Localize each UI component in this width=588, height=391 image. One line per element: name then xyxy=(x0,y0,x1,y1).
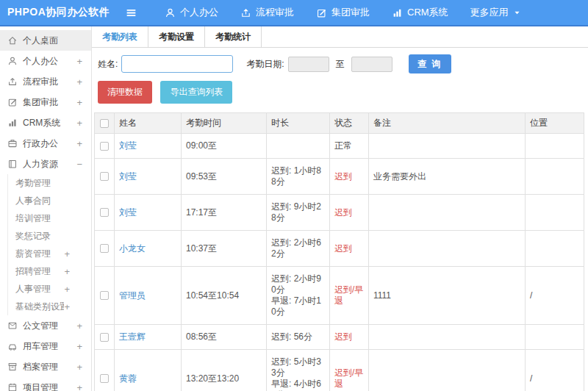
sidebar-item-personal-desktop[interactable]: 个人桌面 xyxy=(0,30,91,51)
tab-attendance-settings[interactable]: 考勤设置 xyxy=(148,26,205,47)
row-checkbox[interactable] xyxy=(100,208,109,217)
nav-item-more-apps[interactable]: 更多应用 xyxy=(459,0,532,25)
sidebar-item-hr[interactable]: 人力资源− xyxy=(0,154,91,174)
duration-cell: 迟到: 9小时28分 xyxy=(267,195,330,231)
expand-icon[interactable]: + xyxy=(64,301,70,312)
row-checkbox[interactable] xyxy=(100,374,109,383)
share-icon xyxy=(240,7,251,18)
table-row: 刘莹17:17至迟到: 9小时28分迟到 xyxy=(95,195,584,231)
sidebar-subitem-hr-contract[interactable]: 人事合同 xyxy=(8,192,91,209)
nav-item-personal-office[interactable]: 个人办公 xyxy=(154,0,229,25)
row-checkbox[interactable] xyxy=(100,244,109,253)
location-cell xyxy=(526,231,584,267)
expand-icon[interactable]: + xyxy=(64,284,70,295)
sidebar-item-admin-office[interactable]: 行政办公+ xyxy=(0,133,91,154)
name-link[interactable]: 管理员 xyxy=(119,290,146,301)
expand-icon[interactable]: + xyxy=(76,382,82,391)
sidebar-item-label: 流程审批 xyxy=(23,76,58,88)
sidebar-subitem-base-category[interactable]: 基础类别设置+ xyxy=(8,298,91,315)
name-link[interactable]: 刘莹 xyxy=(119,207,137,218)
chart-icon xyxy=(7,118,18,128)
expand-icon[interactable]: + xyxy=(76,341,82,352)
user-icon xyxy=(165,7,176,18)
nav-item-workflow-approval[interactable]: 流程审批 xyxy=(229,0,305,25)
location-cell: / xyxy=(526,267,584,325)
note-cell xyxy=(369,350,526,391)
tab-bar: 考勤列表考勤设置考勤统计 xyxy=(92,26,588,48)
collapse-icon[interactable]: − xyxy=(76,159,82,170)
sidebar-subitem-salary[interactable]: 薪资管理+ xyxy=(8,245,91,262)
sidebar-item-archive[interactable]: 档案管理+ xyxy=(0,356,91,377)
sidebar-subitem-recruit[interactable]: 招聘管理+ xyxy=(8,262,91,280)
sidebar-item-vehicle[interactable]: 用车管理+ xyxy=(0,336,91,356)
sidebar-item-label: 行政办公 xyxy=(23,137,58,150)
date-from-input[interactable] xyxy=(288,57,329,72)
sidebar-item-label: CRM系统 xyxy=(23,117,60,129)
sidebar-item-document[interactable]: 公文管理+ xyxy=(0,315,91,336)
nav-item-group-approval[interactable]: 集团审批 xyxy=(305,0,381,25)
nav-menu: 个人办公流程审批集团审批CRM系统更多应用 xyxy=(154,0,532,25)
status-badge: 正常 xyxy=(334,140,352,151)
sidebar-item-label: 项目管理 xyxy=(23,381,58,391)
calendar-icon xyxy=(7,382,18,391)
sidebar-subitem-personnel[interactable]: 人事管理+ xyxy=(8,280,91,298)
expand-icon[interactable]: + xyxy=(76,118,82,129)
caret-icon xyxy=(513,9,521,17)
sidebar-toggle-button[interactable] xyxy=(125,7,137,19)
sidebar-item-personal-office[interactable]: 个人办公+ xyxy=(0,51,91,71)
row-checkbox[interactable] xyxy=(100,142,109,151)
time-cell: 09:53至 xyxy=(182,159,267,195)
row-checkbox[interactable] xyxy=(100,172,109,181)
expand-icon[interactable]: + xyxy=(76,362,82,373)
share-icon xyxy=(7,76,18,87)
clear-data-button[interactable]: 清理数据 xyxy=(98,81,152,104)
search-button[interactable]: 查 询 xyxy=(409,54,451,73)
name-link[interactable]: 刘莹 xyxy=(119,171,137,182)
table-row: 小龙女10:37至迟到: 2小时62分迟到 xyxy=(95,231,584,267)
expand-icon[interactable]: + xyxy=(64,248,70,259)
sidebar-item-group-approval[interactable]: 集团审批+ xyxy=(0,92,91,112)
status-badge: 迟到 xyxy=(334,171,352,182)
tab-attendance-list[interactable]: 考勤列表 xyxy=(92,26,148,47)
date-to-input[interactable] xyxy=(351,57,392,72)
sidebar-subitem-label: 招聘管理 xyxy=(15,265,51,278)
menu-icon xyxy=(125,7,137,19)
status-badge: 迟到 xyxy=(334,207,352,218)
export-button[interactable]: 导出查询列表 xyxy=(160,81,232,104)
table-header-row: 姓名考勤时间时长状态备注位置 xyxy=(95,113,584,134)
main-content: 考勤列表考勤设置考勤统计 姓名: 考勤日期: 至 查 询 清理数据 导出查询列表… xyxy=(92,26,588,391)
sidebar-item-crm[interactable]: CRM系统+ xyxy=(0,112,91,133)
sidebar-subitem-training[interactable]: 培训管理 xyxy=(8,209,91,227)
name-input[interactable] xyxy=(121,55,233,73)
time-cell: 13:20至13:20 xyxy=(182,350,267,391)
nav-item-crm[interactable]: CRM系统 xyxy=(381,0,459,25)
sidebar-subitem-label: 基础类别设置 xyxy=(15,301,64,313)
expand-icon[interactable]: + xyxy=(76,76,82,87)
status-badge: 迟到 xyxy=(334,243,352,254)
sidebar-subitem-attendance[interactable]: 考勤管理 xyxy=(8,174,91,192)
note-cell xyxy=(369,134,526,159)
name-link[interactable]: 王壹辉 xyxy=(119,331,146,342)
row-checkbox[interactable] xyxy=(100,333,109,342)
sidebar-subitem-label: 考勤管理 xyxy=(15,177,51,190)
sidebar-item-workflow-approval[interactable]: 流程审批+ xyxy=(0,71,91,92)
sidebar-item-project[interactable]: 项目管理+ xyxy=(0,377,91,391)
name-link[interactable]: 刘莹 xyxy=(119,140,137,151)
name-link[interactable]: 黄蓉 xyxy=(119,373,137,384)
select-all-checkbox[interactable] xyxy=(100,119,109,128)
name-link[interactable]: 小龙女 xyxy=(119,243,146,254)
duration-cell xyxy=(267,134,330,159)
row-checkbox[interactable] xyxy=(100,291,109,300)
sidebar: 个人桌面个人办公+流程审批+集团审批+CRM系统+行政办公+人力资源−考勤管理人… xyxy=(0,26,92,391)
tab-attendance-stats[interactable]: 考勤统计 xyxy=(205,26,262,47)
location-cell: / xyxy=(526,350,584,391)
expand-icon[interactable]: + xyxy=(76,320,82,331)
col-header-duration: 时长 xyxy=(267,113,330,134)
expand-icon[interactable]: + xyxy=(76,138,82,149)
table-row: 刘莹09:53至迟到: 1小时88分迟到业务需要外出 xyxy=(95,159,584,195)
expand-icon[interactable]: + xyxy=(76,56,82,67)
sidebar-subitem-rewards[interactable]: 奖惩记录 xyxy=(8,227,91,245)
expand-icon[interactable]: + xyxy=(64,266,70,277)
table-row: 王壹辉08:56至迟到: 56分迟到 xyxy=(95,325,584,350)
expand-icon[interactable]: + xyxy=(76,97,82,108)
